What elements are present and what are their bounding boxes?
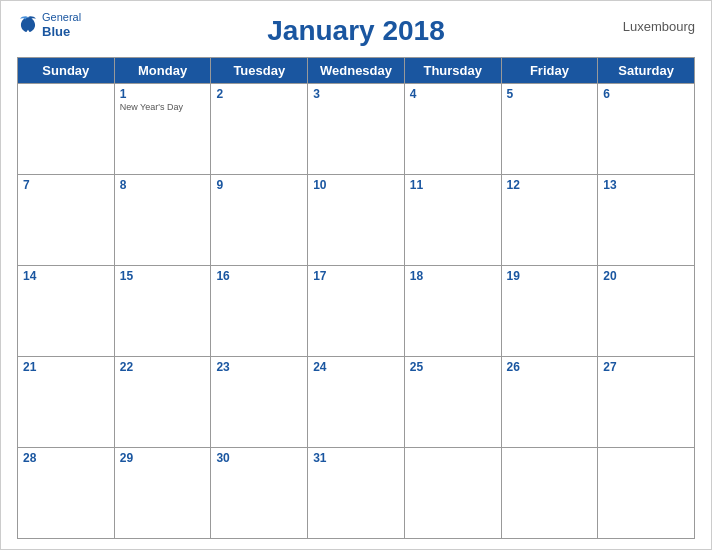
day-cell: 31 bbox=[308, 448, 405, 539]
day-number: 30 bbox=[216, 451, 302, 465]
day-number: 25 bbox=[410, 360, 496, 374]
day-header-tuesday: Tuesday bbox=[211, 58, 308, 84]
day-number: 29 bbox=[120, 451, 206, 465]
day-cell bbox=[502, 448, 599, 539]
day-number: 10 bbox=[313, 178, 399, 192]
day-cell bbox=[405, 448, 502, 539]
day-cell: 30 bbox=[211, 448, 308, 539]
day-cell: 13 bbox=[598, 175, 695, 266]
day-number: 11 bbox=[410, 178, 496, 192]
day-number: 16 bbox=[216, 269, 302, 283]
day-number: 7 bbox=[23, 178, 109, 192]
week-row-4: 21222324252627 bbox=[18, 357, 695, 448]
day-number: 20 bbox=[603, 269, 689, 283]
day-number: 17 bbox=[313, 269, 399, 283]
day-number: 4 bbox=[410, 87, 496, 101]
country-label: Luxembourg bbox=[623, 19, 695, 34]
day-number: 9 bbox=[216, 178, 302, 192]
day-number: 15 bbox=[120, 269, 206, 283]
holiday-label: New Year's Day bbox=[120, 102, 206, 112]
day-header-friday: Friday bbox=[502, 58, 599, 84]
day-cell: 6 bbox=[598, 84, 695, 175]
day-cell: 14 bbox=[18, 266, 115, 357]
day-number: 24 bbox=[313, 360, 399, 374]
day-number: 2 bbox=[216, 87, 302, 101]
day-cell: 10 bbox=[308, 175, 405, 266]
day-header-monday: Monday bbox=[115, 58, 212, 84]
day-number: 18 bbox=[410, 269, 496, 283]
day-cell: 9 bbox=[211, 175, 308, 266]
day-cell: 27 bbox=[598, 357, 695, 448]
day-number: 1 bbox=[120, 87, 206, 101]
day-header-wednesday: Wednesday bbox=[308, 58, 405, 84]
day-header-sunday: Sunday bbox=[18, 58, 115, 84]
day-cell: 15 bbox=[115, 266, 212, 357]
week-row-5: 28293031 bbox=[18, 448, 695, 539]
day-cell: 17 bbox=[308, 266, 405, 357]
day-number: 28 bbox=[23, 451, 109, 465]
logo-text: General Blue bbox=[42, 11, 81, 40]
day-header-saturday: Saturday bbox=[598, 58, 695, 84]
day-number: 23 bbox=[216, 360, 302, 374]
calendar-grid: SundayMondayTuesdayWednesdayThursdayFrid… bbox=[17, 57, 695, 539]
day-cell: 25 bbox=[405, 357, 502, 448]
day-cell: 24 bbox=[308, 357, 405, 448]
logo-area: General Blue bbox=[17, 11, 81, 40]
day-cell: 23 bbox=[211, 357, 308, 448]
day-number: 5 bbox=[507, 87, 593, 101]
day-number: 27 bbox=[603, 360, 689, 374]
logo-general: General bbox=[42, 11, 81, 24]
day-cell: 8 bbox=[115, 175, 212, 266]
day-cell: 19 bbox=[502, 266, 599, 357]
calendar-container: General Blue January 2018 Luxembourg Sun… bbox=[0, 0, 712, 550]
week-row-2: 78910111213 bbox=[18, 175, 695, 266]
day-number: 3 bbox=[313, 87, 399, 101]
day-cell: 1New Year's Day bbox=[115, 84, 212, 175]
day-cell: 28 bbox=[18, 448, 115, 539]
logo-blue: Blue bbox=[42, 24, 81, 40]
day-number: 8 bbox=[120, 178, 206, 192]
day-cell: 3 bbox=[308, 84, 405, 175]
day-number: 21 bbox=[23, 360, 109, 374]
day-cell: 26 bbox=[502, 357, 599, 448]
day-cell: 21 bbox=[18, 357, 115, 448]
day-cell: 11 bbox=[405, 175, 502, 266]
day-cell: 20 bbox=[598, 266, 695, 357]
day-cell: 16 bbox=[211, 266, 308, 357]
day-number: 6 bbox=[603, 87, 689, 101]
day-number: 22 bbox=[120, 360, 206, 374]
day-cell: 5 bbox=[502, 84, 599, 175]
calendar-title: January 2018 bbox=[267, 15, 444, 47]
day-cell bbox=[18, 84, 115, 175]
day-cell: 22 bbox=[115, 357, 212, 448]
day-cell: 4 bbox=[405, 84, 502, 175]
day-number: 31 bbox=[313, 451, 399, 465]
day-header-thursday: Thursday bbox=[405, 58, 502, 84]
day-cell: 29 bbox=[115, 448, 212, 539]
day-number: 14 bbox=[23, 269, 109, 283]
day-cell: 12 bbox=[502, 175, 599, 266]
calendar-header: General Blue January 2018 Luxembourg bbox=[17, 11, 695, 51]
day-number: 19 bbox=[507, 269, 593, 283]
week-row-1: 1New Year's Day23456 bbox=[18, 84, 695, 175]
day-cell bbox=[598, 448, 695, 539]
logo-bird-icon bbox=[17, 14, 39, 36]
week-row-3: 14151617181920 bbox=[18, 266, 695, 357]
day-cell: 18 bbox=[405, 266, 502, 357]
weeks-container: 1New Year's Day2345678910111213141516171… bbox=[18, 84, 695, 539]
day-number: 12 bbox=[507, 178, 593, 192]
day-number: 26 bbox=[507, 360, 593, 374]
day-number: 13 bbox=[603, 178, 689, 192]
day-headers-row: SundayMondayTuesdayWednesdayThursdayFrid… bbox=[18, 58, 695, 84]
day-cell: 7 bbox=[18, 175, 115, 266]
day-cell: 2 bbox=[211, 84, 308, 175]
